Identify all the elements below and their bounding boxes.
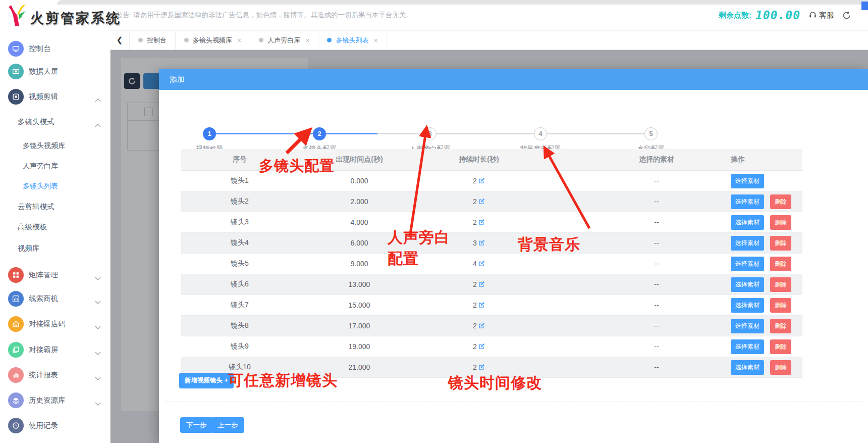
delete-button[interactable]: 删除 (770, 257, 791, 271)
tab-多镜头视频库[interactable]: 多镜头视频库× (176, 31, 250, 50)
refresh-icon[interactable] (842, 11, 851, 20)
sidebar-item-label: 控制台 (29, 44, 51, 54)
sidebar-item-cloud-edit-mode[interactable]: 云剪辑模式 (0, 199, 110, 216)
select-material-button[interactable]: 选择素材 (731, 277, 764, 292)
add-shot-button[interactable]: 新增视频镜头 + (179, 373, 234, 388)
annotation-add-any: 可任意新增镜头 (228, 370, 338, 391)
tab-close-icon[interactable]: × (373, 36, 377, 44)
app-header: 火剪管家系统 公告: 请勿用于违反国家法律的非法广告信息，如色情，赌博等。其造成… (0, 0, 868, 30)
step-wizard: 1视频标题2多镜头配置3人声旁白配置4背景音乐配置5水印配置 (159, 90, 868, 145)
sidebar-item-voice-over-lib[interactable]: 人声旁白库 (0, 158, 110, 175)
cell-actions: 选择素材删除 (730, 316, 802, 336)
cell-time: 13.000 (299, 274, 420, 295)
table-row: 镜头919.0002--选择素材删除 (181, 336, 802, 357)
edit-duration-icon[interactable] (478, 260, 485, 267)
delete-button[interactable]: 删除 (770, 339, 791, 354)
delete-button[interactable]: 删除 (770, 277, 791, 292)
shot-table: 序号出现时间点(秒)持续时长(秒)选择的素材操作 镜头10.0002--选择素材… (181, 149, 802, 378)
select-material-button[interactable]: 选择素材 (731, 174, 764, 188)
tab-人声旁白库[interactable]: 人声旁白库× (250, 31, 318, 50)
chevron-down-icon (95, 399, 101, 408)
chevron-down-icon (95, 273, 101, 282)
sidebar-item-leads[interactable]: 线索商机 (0, 290, 110, 308)
select-material-button[interactable]: 选择素材 (731, 215, 764, 230)
tabs-back-chevron-icon[interactable]: ❮ (110, 31, 130, 50)
edit-duration-icon[interactable] (478, 364, 485, 371)
tab-dot-icon (259, 38, 263, 42)
delete-button[interactable]: 删除 (770, 194, 791, 209)
delete-button[interactable]: 删除 (770, 298, 791, 313)
step-connector (216, 133, 313, 134)
sidebar-item-video-lib[interactable]: 视频库 (0, 240, 110, 257)
select-material-button[interactable]: 选择素材 (731, 339, 764, 354)
shot-table-body: 镜头10.0002--选择素材镜头22.0002--选择素材删除镜头34.000… (181, 171, 802, 378)
edit-duration-icon[interactable] (478, 198, 485, 205)
cell-material: -- (538, 274, 730, 295)
edit-duration-icon[interactable] (478, 281, 485, 288)
sidebar-item-stats-report[interactable]: 统计报表 (0, 367, 110, 384)
sidebar-item-label: 历史资源库 (29, 396, 66, 405)
tab-close-icon[interactable]: × (305, 36, 309, 44)
table-row: 镜头34.0002--选择素材删除 (181, 212, 802, 233)
cell-duration: 4 (420, 254, 538, 274)
cell-actions: 选择素材删除 (730, 336, 802, 357)
app-logo: 火剪管家系统 (7, 4, 121, 30)
tab-多镜头列表[interactable]: 多镜头列表× (318, 31, 387, 50)
tab-控制台[interactable]: 控制台 (130, 31, 176, 50)
sidebar-item-data-screen[interactable]: 数据大屏 (0, 63, 110, 80)
sidebar-item-label: 统计报表 (29, 370, 58, 380)
sidebar-item-multi-shot-video-lib[interactable]: 多镜头视频库 (0, 138, 110, 155)
table-row: 镜头715.0002--选择素材删除 (181, 295, 802, 316)
cell-actions: 选择素材删除 (730, 212, 802, 233)
column-header: 操作 (730, 149, 802, 171)
sidebar-item-shop-code[interactable]: 对接爆店码 (0, 316, 110, 333)
sidebar-item-usage-record[interactable]: 使用记录 (0, 417, 110, 434)
step-connector (377, 133, 423, 134)
logo-y-icon (7, 4, 29, 30)
cell-duration: 2 (420, 171, 538, 191)
chevron-down-icon (95, 348, 101, 357)
sidebar-item-screen-domination[interactable]: 对接霸屏 (0, 341, 110, 359)
delete-button[interactable]: 删除 (770, 215, 791, 230)
console-icon (8, 41, 24, 57)
sidebar-item-multi-shot-mode[interactable]: 多镜头模式 (0, 114, 110, 131)
customer-service-label: 客服 (819, 11, 834, 20)
sidebar-item-label: 多镜头模式 (18, 117, 55, 127)
table-row: 镜头613.0002--选择素材删除 (181, 274, 802, 295)
step-connector (437, 133, 534, 134)
sidebar-item-video-edit[interactable]: 视频剪辑 (0, 88, 110, 106)
edit-duration-icon[interactable] (478, 322, 485, 329)
step-2-circle: 2 (313, 127, 326, 140)
sidebar-item-label: 视频库 (18, 243, 40, 253)
cell-actions: 选择素材删除 (730, 295, 802, 316)
select-material-button[interactable]: 选择素材 (731, 319, 764, 333)
tab-label: 多镜头列表 (336, 36, 368, 45)
select-material-button[interactable]: 选择素材 (731, 257, 764, 271)
edit-duration-icon[interactable] (478, 302, 485, 309)
sidebar-item-console[interactable]: 控制台 (0, 40, 110, 58)
edit-duration-icon[interactable] (478, 219, 485, 226)
sidebar-item-history-resources[interactable]: 历史资源库 (0, 392, 110, 409)
select-material-button[interactable]: 选择素材 (731, 236, 764, 251)
edit-duration-icon[interactable] (478, 177, 485, 184)
sidebar-item-matrix-mgmt[interactable]: 矩阵管理 (0, 267, 110, 284)
sidebar-item-label: 视频剪辑 (29, 92, 58, 102)
cell-time: 2.000 (299, 191, 420, 212)
stats-report-icon (8, 367, 24, 383)
sidebar-item-multi-shot-list[interactable]: 多镜头列表 (0, 178, 110, 195)
delete-button[interactable]: 删除 (770, 360, 791, 375)
select-material-button[interactable]: 选择素材 (731, 298, 764, 313)
sidebar-item-advanced-template[interactable]: 高级模板 (0, 219, 110, 236)
customer-service-button[interactable]: 客服 (808, 11, 834, 20)
select-material-button[interactable]: 选择素材 (731, 360, 764, 375)
delete-button[interactable]: 删除 (770, 319, 791, 333)
step-1-circle: 1 (203, 127, 216, 140)
edit-duration-icon[interactable] (478, 343, 485, 350)
next-step-button[interactable]: 下一步 (180, 417, 213, 433)
select-material-button[interactable]: 选择素材 (731, 194, 764, 209)
tab-close-icon[interactable]: × (237, 36, 241, 44)
table-row: 镜头59.0004--选择素材删除 (181, 254, 802, 274)
prev-step-button[interactable]: 上一步 (211, 417, 244, 433)
edit-duration-icon[interactable] (478, 239, 485, 247)
delete-button[interactable]: 删除 (770, 236, 791, 251)
